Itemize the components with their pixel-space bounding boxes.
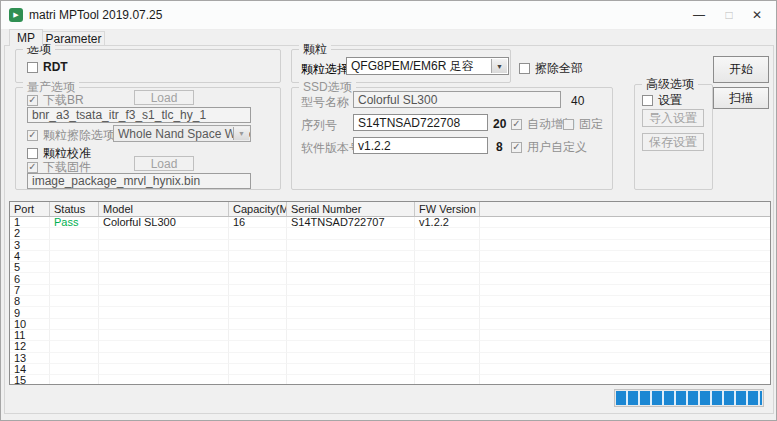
maximize-button: □ xyxy=(714,1,744,28)
device-table: Port Status Model Capacity(MB) Serial Nu… xyxy=(9,201,771,385)
erase-mode-dropdown[interactable]: Whole Nand Space Without WPE ▼ xyxy=(113,125,251,142)
column-header-serial[interactable]: Serial Number xyxy=(287,202,415,216)
table-row[interactable]: 8 xyxy=(10,296,770,307)
table-row[interactable]: 7 xyxy=(10,285,770,296)
flash-select-label: 颗粒选择 xyxy=(301,61,349,78)
erase-all-checkbox-box xyxy=(519,63,530,74)
import-settings-button[interactable]: 导入设置 xyxy=(642,109,704,127)
serial-input[interactable]: S14TNSAD722708 xyxy=(353,114,488,131)
fixed-checkbox[interactable]: 固定 xyxy=(563,116,603,133)
table-row[interactable]: 1PassColorful SL30016S14TNSAD722707v1.2.… xyxy=(10,217,770,228)
table-row[interactable]: 3 xyxy=(10,240,770,251)
cell-fw xyxy=(415,240,480,251)
start-button[interactable]: 开始 xyxy=(713,56,769,83)
model-name-input[interactable]: Colorful SL300 xyxy=(353,91,561,108)
save-settings-button[interactable]: 保存设置 xyxy=(642,133,704,151)
table-row[interactable]: 15 xyxy=(10,375,770,385)
load-br-button[interactable]: Load xyxy=(134,90,194,105)
cell-cap xyxy=(229,285,287,296)
cell-model xyxy=(99,364,229,375)
close-button[interactable]: ✕ xyxy=(742,1,772,28)
table-row[interactable]: 10 xyxy=(10,319,770,330)
table-row[interactable]: 13 xyxy=(10,353,770,364)
load-fw-button[interactable]: Load xyxy=(134,156,194,171)
cell-fw xyxy=(415,330,480,341)
erase-all-checkbox[interactable]: 擦除全部 xyxy=(519,60,583,77)
settings-checkbox[interactable]: 设置 xyxy=(642,92,682,109)
br-file-input[interactable]: bnr_a3_tsata_itr_f3_s1_tlc_hy_1 xyxy=(27,107,251,123)
cell-fill xyxy=(480,296,770,307)
table-row[interactable]: 11 xyxy=(10,330,770,341)
cell-fill xyxy=(480,341,770,352)
tab-mp[interactable]: MP xyxy=(9,29,43,46)
cell-model xyxy=(99,353,229,364)
column-header-port[interactable]: Port xyxy=(10,202,50,216)
scan-button[interactable]: 扫描 xyxy=(713,87,769,109)
table-row[interactable]: 4 xyxy=(10,251,770,262)
cell-port: 5 xyxy=(10,262,50,273)
cell-cap xyxy=(229,240,287,251)
cell-port: 2 xyxy=(10,228,50,239)
cell-fill xyxy=(480,364,770,375)
cell-fw xyxy=(415,341,480,352)
cell-fw: v1.2.2 xyxy=(415,217,480,228)
cell-status xyxy=(50,364,99,375)
cell-serial xyxy=(287,307,415,318)
cell-serial xyxy=(287,251,415,262)
cell-serial xyxy=(287,341,415,352)
erase-option-checkbox[interactable]: 颗粒擦除选项 xyxy=(27,127,115,144)
cell-cap xyxy=(229,228,287,239)
cell-serial xyxy=(287,319,415,330)
cell-model xyxy=(99,228,229,239)
cell-port: 3 xyxy=(10,240,50,251)
cell-fw xyxy=(415,285,480,296)
cell-cap xyxy=(229,307,287,318)
cell-status: Pass xyxy=(50,217,99,228)
table-row[interactable]: 9 xyxy=(10,307,770,318)
table-row[interactable]: 2 xyxy=(10,228,770,239)
cell-cap xyxy=(229,364,287,375)
table-row[interactable]: 5 xyxy=(10,262,770,273)
cell-serial xyxy=(287,364,415,375)
fw-file-input[interactable]: image_package_mrvl_hynix.bin xyxy=(27,173,251,189)
cell-cap xyxy=(229,262,287,273)
table-row[interactable]: 14 xyxy=(10,364,770,375)
cell-fill xyxy=(480,353,770,364)
table-row[interactable]: 6 xyxy=(10,273,770,284)
column-header-status[interactable]: Status xyxy=(50,202,99,216)
cell-fill xyxy=(480,273,770,284)
table-row[interactable]: 12 xyxy=(10,341,770,352)
cell-cap xyxy=(229,375,287,385)
rdt-checkbox[interactable]: RDT xyxy=(27,60,68,74)
flash-select-dropdown[interactable]: QFG8PEM/EM6R 足容 ▼ xyxy=(346,57,509,75)
cell-port: 14 xyxy=(10,364,50,375)
cell-status xyxy=(50,353,99,364)
cell-fill xyxy=(480,319,770,330)
cell-status xyxy=(50,285,99,296)
table-header: Port Status Model Capacity(MB) Serial Nu… xyxy=(10,202,770,217)
cell-fill xyxy=(480,251,770,262)
column-header-fw[interactable]: FW Version xyxy=(415,202,480,216)
title-bar: ▶ matri MPTool 2019.07.25 — □ ✕ xyxy=(1,1,776,30)
erase-option-checkbox-box xyxy=(27,130,38,141)
auto-increment-checkbox-box xyxy=(511,119,522,130)
fw-version-input[interactable]: v1.2.2 xyxy=(353,137,488,154)
cell-fw xyxy=(415,375,480,385)
minimize-button[interactable]: — xyxy=(684,1,714,28)
column-header-model[interactable]: Model xyxy=(99,202,229,216)
cell-serial xyxy=(287,296,415,307)
column-header-filler xyxy=(480,202,770,216)
cell-fw xyxy=(415,353,480,364)
cell-status xyxy=(50,375,99,385)
rdt-checkbox-box xyxy=(27,62,38,73)
cell-port: 6 xyxy=(10,273,50,284)
user-defined-checkbox[interactable]: 用户自定义 xyxy=(511,139,587,156)
cell-status xyxy=(50,307,99,318)
download-fw-checkbox-box xyxy=(27,162,38,173)
column-header-capacity[interactable]: Capacity(MB) xyxy=(229,202,287,216)
cell-serial xyxy=(287,375,415,385)
settings-checkbox-label: 设置 xyxy=(658,92,682,109)
chevron-down-icon: ▼ xyxy=(491,59,507,73)
calibration-checkbox-box xyxy=(27,148,38,159)
cell-fw xyxy=(415,319,480,330)
